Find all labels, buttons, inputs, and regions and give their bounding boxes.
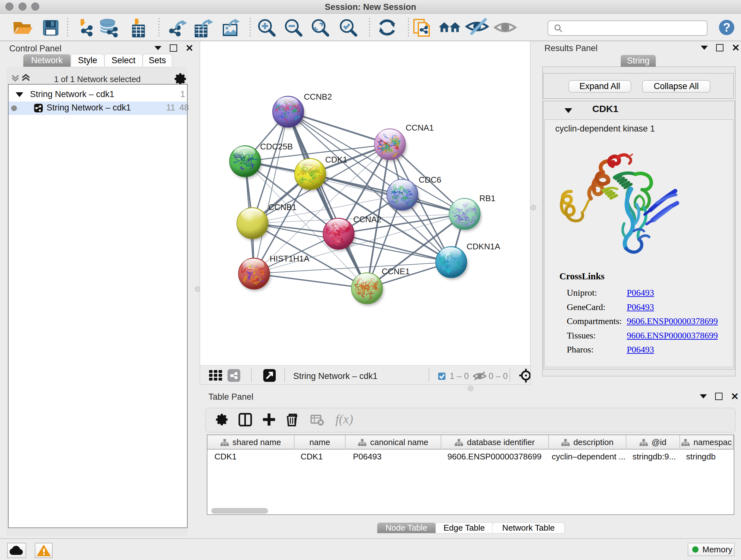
svg-text:CDC25B: CDC25B (260, 142, 293, 151)
svg-text:?: ? (723, 21, 730, 34)
svg-text:CCNA2: CCNA2 (353, 214, 381, 224)
svg-text:CDC6: CDC6 (419, 175, 441, 185)
svg-text:CDK1: CDK1 (325, 155, 347, 165)
svg-text:RB1: RB1 (479, 193, 495, 203)
svg-text:String Network – cdk1: String Network – cdk1 (293, 371, 378, 381)
svg-text:CCNB1: CCNB1 (268, 202, 296, 212)
svg-text:CCNE1: CCNE1 (382, 266, 410, 276)
svg-text:HIST1H1A: HIST1H1A (270, 254, 310, 263)
svg-text:1 – 0: 1 – 0 (450, 371, 469, 381)
svg-text:0 – 0: 0 – 0 (488, 371, 508, 381)
svg-text:CCNB2: CCNB2 (304, 92, 332, 102)
svg-text:CCNA1: CCNA1 (406, 123, 434, 132)
svg-text:CDKN1A: CDKN1A (467, 242, 500, 251)
svg-text:f(x): f(x) (335, 412, 353, 426)
